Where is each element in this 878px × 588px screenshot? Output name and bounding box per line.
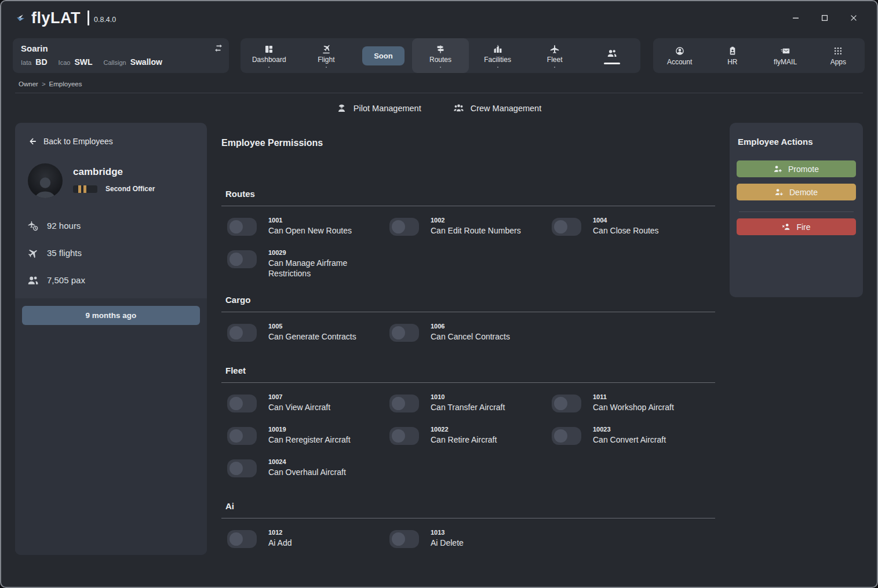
back-label: Back to Employees xyxy=(43,137,113,146)
nav-item-dashboard[interactable]: Dashboard xyxy=(241,38,298,73)
permission-label: Can Open New Routes xyxy=(268,225,352,236)
permission-toggle-10029[interactable] xyxy=(227,250,257,268)
breadcrumb-item-employees[interactable]: Employees xyxy=(49,81,82,87)
demote-button[interactable]: Demote xyxy=(737,184,856,200)
permission-toggle-10024[interactable] xyxy=(227,459,257,477)
demote-icon xyxy=(775,188,784,196)
flight-hours-icon xyxy=(28,221,38,231)
permission-toggle-1002[interactable] xyxy=(389,218,419,236)
permission-toggle-1010[interactable] xyxy=(389,395,419,412)
window-controls xyxy=(788,10,862,26)
stat-value: 7,505 pax xyxy=(47,275,85,285)
employee-panel: Back to Employees cambridge Second Offic… xyxy=(15,123,207,555)
crew-icon xyxy=(454,103,464,113)
actions-divider xyxy=(739,211,854,212)
main-nav: DashboardFlightSoonRoutesFacilitiesFleet xyxy=(241,38,640,73)
nav-item-dot xyxy=(268,67,269,68)
permission-text: 1012Ai Add xyxy=(268,529,292,548)
permission-label: Can Close Routes xyxy=(593,225,659,236)
fire-button[interactable]: Fire xyxy=(737,218,856,235)
permission-toggle-1006[interactable] xyxy=(389,324,419,342)
toggle-knob xyxy=(229,326,243,339)
permission-section-fleet: Fleet1007Can View Aircraft1010Can Transf… xyxy=(221,366,715,485)
minimize-button[interactable] xyxy=(788,10,804,26)
permission-text: 1007Can View Aircraft xyxy=(268,393,330,412)
permission-label: Can Reregister Aircraft xyxy=(268,434,351,445)
nav-item-dot xyxy=(554,67,555,68)
toggle-knob xyxy=(229,220,243,233)
close-button[interactable] xyxy=(846,10,862,26)
permission-item-10022: 10022Can Retire Aircraft xyxy=(389,426,552,452)
dashboard-icon xyxy=(264,45,274,54)
titlebar: flyLAT 0.8.4.0 xyxy=(1,1,877,35)
toggle-knob xyxy=(392,220,405,233)
permission-section-routes: Routes1001Can Open New Routes1002Can Edi… xyxy=(221,189,715,279)
nav-item-flight[interactable]: Flight xyxy=(298,38,355,73)
nav-item-soon: Soon xyxy=(355,38,412,73)
permission-item-1012: 1012Ai Add xyxy=(227,529,389,556)
permission-item-1013: 1013Ai Delete xyxy=(389,529,552,556)
nav-item-dot xyxy=(497,67,498,68)
nav-item-label: Account xyxy=(667,58,692,66)
permission-item-1010: 1010Can Transfer Aircraft xyxy=(389,393,552,420)
promote-button[interactable]: Promote xyxy=(737,160,856,177)
permission-toggle-10022[interactable] xyxy=(389,427,419,445)
section-title: Cargo xyxy=(225,295,715,305)
swap-icon xyxy=(214,43,223,53)
tab-pilot-management[interactable]: Pilot Management xyxy=(337,103,421,113)
permission-text: 10022Can Retire Aircraft xyxy=(431,426,497,445)
permission-toggle-1011[interactable] xyxy=(552,395,581,412)
actions-title: Employee Actions xyxy=(737,137,856,147)
permission-id: 1005 xyxy=(268,323,356,330)
nav-item-dot xyxy=(440,67,441,68)
permission-text: 1013Ai Delete xyxy=(431,529,464,548)
permission-toggle-10023[interactable] xyxy=(552,427,581,445)
nav-item-routes[interactable]: Routes xyxy=(412,38,469,73)
flight-departure-icon xyxy=(322,45,331,54)
breadcrumb-item-owner[interactable]: Owner xyxy=(19,81,38,87)
nav-item-flymail[interactable]: flyMAIL xyxy=(759,38,812,73)
permission-toggle-1004[interactable] xyxy=(552,218,581,236)
permission-toggle-1005[interactable] xyxy=(227,324,257,342)
section-divider xyxy=(221,312,715,312)
tab-crew-management[interactable]: Crew Management xyxy=(454,103,542,113)
promote-icon xyxy=(774,165,782,173)
routes-signpost-icon xyxy=(436,45,445,54)
soon-badge[interactable]: Soon xyxy=(362,46,405,65)
iata-value: BD xyxy=(35,57,47,67)
nav-item-label: Facilities xyxy=(484,56,511,64)
nav-item-employees[interactable] xyxy=(583,38,640,73)
stat-value: 35 flights xyxy=(47,248,82,258)
mail-icon xyxy=(781,46,790,56)
permission-toggle-1012[interactable] xyxy=(227,530,257,548)
airline-codes: Iata BD Icao SWL Callsign Swallow xyxy=(21,57,221,67)
toggle-knob xyxy=(229,532,243,546)
nav-item-facilities[interactable]: Facilities xyxy=(469,38,526,73)
rank-row: Second Officer xyxy=(73,185,155,193)
facilities-icon xyxy=(493,45,502,54)
nav-item-hr[interactable]: HR xyxy=(706,38,759,73)
permission-text: 1010Can Transfer Aircraft xyxy=(431,393,505,412)
toggle-knob xyxy=(392,326,405,339)
active-nav-underline xyxy=(604,63,620,64)
nav-item-label: HR xyxy=(727,58,737,66)
permission-toggle-1007[interactable] xyxy=(227,395,257,412)
permission-toggle-10019[interactable] xyxy=(227,427,257,445)
permission-toggle-1013[interactable] xyxy=(389,530,419,548)
stat-row: 7,505 pax xyxy=(28,266,194,294)
section-title: Routes xyxy=(225,189,715,199)
apps-grid-icon xyxy=(833,46,843,56)
nav-item-label: Dashboard xyxy=(252,56,286,64)
nav-item-account[interactable]: Account xyxy=(653,38,706,73)
switch-airline-button[interactable] xyxy=(214,43,223,54)
maximize-button[interactable] xyxy=(817,10,833,26)
permission-toggle-1001[interactable] xyxy=(227,218,257,236)
nav-item-apps[interactable]: Apps xyxy=(812,38,865,73)
permission-id: 10023 xyxy=(593,426,666,433)
back-to-employees-button[interactable]: Back to Employees xyxy=(15,123,207,146)
hired-ago-button[interactable]: 9 months ago xyxy=(22,306,200,325)
permission-id: 10024 xyxy=(268,458,346,465)
toggle-knob xyxy=(229,253,243,266)
nav-item-fleet[interactable]: Fleet xyxy=(526,38,584,73)
permission-text: 1006Can Cancel Contracts xyxy=(431,323,510,342)
